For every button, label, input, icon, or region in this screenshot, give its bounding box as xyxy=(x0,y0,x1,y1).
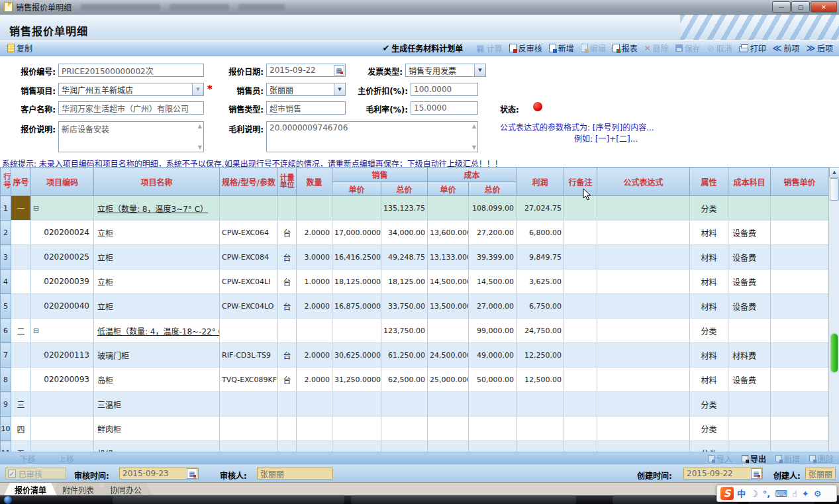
cell-sp[interactable]: 16,875.0000 xyxy=(332,294,381,319)
cell-profit[interactable]: 27,024.75 xyxy=(517,196,564,221)
cell-code[interactable]: 020200039 xyxy=(31,270,94,294)
cell-seq[interactable] xyxy=(11,221,31,245)
col-header-profit[interactable]: 利润 xyxy=(517,168,564,196)
scrollbar-green-indicator[interactable] xyxy=(831,334,838,372)
chevron-down-icon[interactable] xyxy=(192,83,203,95)
cell-formula[interactable] xyxy=(597,392,690,417)
cell-attr[interactable]: 分类 xyxy=(690,196,728,221)
cell-attr[interactable]: 材料 xyxy=(690,221,728,245)
cell-no[interactable]: 10 xyxy=(1,417,11,441)
cell-cp[interactable] xyxy=(428,319,469,343)
cell-st[interactable]: 34,000.00 xyxy=(381,221,428,245)
cell-subject[interactable] xyxy=(728,417,771,441)
cell-seq[interactable]: 四 xyxy=(11,417,31,441)
minimize-button[interactable]: — xyxy=(772,1,791,13)
cell-no[interactable]: 8 xyxy=(1,368,11,392)
cell-subject[interactable]: 设备费 xyxy=(728,368,771,392)
cell-qty[interactable] xyxy=(297,441,332,452)
import-button[interactable]: 导入 xyxy=(708,453,732,464)
keyboard-icon[interactable]: ⌨ xyxy=(775,489,787,498)
cell-spec[interactable]: CPW-EXC064 xyxy=(220,221,278,245)
cell-note[interactable] xyxy=(564,392,597,417)
cell-seq[interactable]: 一 xyxy=(11,196,31,221)
margin-note-textarea[interactable]: 20.0000009746706 ▲ ▼ xyxy=(266,121,478,152)
col-header-cost-total[interactable]: 总价 xyxy=(469,182,517,196)
move-up-button[interactable]: 上移 xyxy=(58,453,74,464)
cell-code[interactable]: 020200040 xyxy=(31,294,94,319)
cell-formula[interactable] xyxy=(597,294,690,319)
cell-cp[interactable] xyxy=(428,392,469,417)
add-button[interactable]: 新增 xyxy=(546,41,577,55)
cell-st[interactable]: 49,248.75 xyxy=(381,245,428,270)
cell-st[interactable]: 33,750.00 xyxy=(381,294,428,319)
cell-name[interactable]: 立柜（数量: 8，温度3~7° C） xyxy=(94,196,220,221)
cell-no[interactable]: 1 xyxy=(1,196,11,221)
cell-no[interactable]: 6 xyxy=(1,319,11,343)
cell-cp[interactable] xyxy=(428,441,469,452)
scroll-down-icon[interactable]: ▼ xyxy=(198,144,202,150)
quote-note-textarea[interactable]: 新店设备安装 ▲ ▼ xyxy=(58,121,204,152)
cell-formula[interactable] xyxy=(597,319,690,343)
cell-name[interactable]: 鲜肉柜 xyxy=(94,417,220,441)
scroll-up-arrow-icon[interactable]: ▲ xyxy=(829,167,839,177)
cell-sup[interactable] xyxy=(771,368,829,392)
cell-sp[interactable]: 16,416.2500 xyxy=(332,245,381,270)
cell-qty[interactable] xyxy=(297,196,332,221)
cell-note[interactable] xyxy=(564,441,597,452)
cell-unit[interactable]: 台 xyxy=(278,343,297,368)
unaudit-button[interactable]: 反审核 xyxy=(506,41,546,55)
sales-type-field[interactable]: 超市销售 xyxy=(266,101,346,115)
col-header-spec[interactable]: 规格/型号/参数 xyxy=(220,168,278,196)
cell-profit[interactable]: 12,250.00 xyxy=(517,343,564,368)
cell-unit[interactable] xyxy=(278,319,297,343)
cell-sp[interactable]: 18,125.0000 xyxy=(332,270,381,294)
cell-qty[interactable]: 2.0000 xyxy=(297,343,332,368)
cell-note[interactable] xyxy=(564,368,597,392)
cell-unit[interactable]: 台 xyxy=(278,221,297,245)
tab-attachments[interactable]: 附件列表 xyxy=(52,483,105,495)
cell-name[interactable]: 低温柜（数量: 4，温度-18~-22° C） xyxy=(94,319,220,343)
cell-sup[interactable] xyxy=(771,392,829,417)
cell-subject[interactable]: 设备费 xyxy=(728,270,771,294)
cell-unit[interactable] xyxy=(278,417,297,441)
collapse-icon[interactable]: ⊟ xyxy=(33,327,39,335)
cell-ct[interactable] xyxy=(469,441,517,452)
price-discount-field[interactable]: 100.0000 xyxy=(411,83,478,96)
cell-subject[interactable]: 设备费 xyxy=(728,294,771,319)
cell-ct[interactable]: 49,000.00 xyxy=(469,343,517,368)
cell-attr[interactable]: 材料 xyxy=(690,343,728,368)
customer-field[interactable]: 华润万家生活超市（广州）有限公司 xyxy=(58,101,204,115)
creator-field[interactable]: 张丽丽 xyxy=(805,468,836,479)
grid-add-button[interactable]: 新增 xyxy=(775,453,800,464)
col-header-sale-unit-price[interactable]: 销售单价 xyxy=(771,168,829,196)
cell-seq[interactable]: 三 xyxy=(11,392,31,417)
cell-no[interactable]: 7 xyxy=(1,343,11,368)
cell-no[interactable]: 4 xyxy=(1,270,11,294)
prev-item-button[interactable]: 前项 xyxy=(769,41,803,55)
cell-name[interactable]: 机组 xyxy=(94,441,220,452)
cell-st[interactable] xyxy=(381,441,428,452)
grid-delete-button[interactable]: 删除 xyxy=(809,453,834,464)
cell-seq[interactable]: 五 xyxy=(11,441,31,452)
cell-formula[interactable] xyxy=(597,368,690,392)
cell-ct[interactable] xyxy=(469,417,517,441)
cell-sup[interactable] xyxy=(771,417,829,441)
cell-sup[interactable] xyxy=(771,294,829,319)
cell-formula[interactable] xyxy=(597,245,690,270)
save-button[interactable]: 保存 xyxy=(672,41,704,55)
cell-seq[interactable] xyxy=(11,270,31,294)
cell-spec[interactable] xyxy=(220,319,278,343)
cell-profit[interactable] xyxy=(517,441,564,452)
cell-cp[interactable]: 13,500.0000 xyxy=(428,294,469,319)
cell-qty[interactable]: 1.0000 xyxy=(297,270,332,294)
cell-profit[interactable]: 6,800.00 xyxy=(517,221,564,245)
cell-spec[interactable] xyxy=(220,392,278,417)
cell-subject[interactable]: 材料费 xyxy=(728,343,771,368)
cell-sp[interactable]: 30,625.0000 xyxy=(332,343,381,368)
cancel-button[interactable]: 取消 xyxy=(704,41,736,55)
cell-attr[interactable]: 分类 xyxy=(690,319,728,343)
cell-subject[interactable]: 设备费 xyxy=(728,221,771,245)
col-header-row-no[interactable]: 行号 xyxy=(1,168,11,196)
chinese-mode-icon[interactable]: 中 xyxy=(737,489,746,498)
cell-name[interactable]: 立柜 xyxy=(94,245,220,270)
